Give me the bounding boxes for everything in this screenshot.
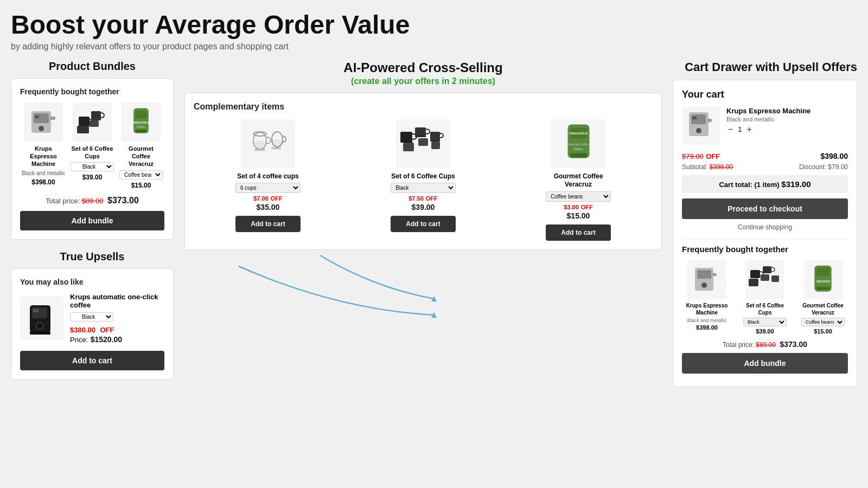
cross-product-2-select[interactable]: Coffee beans — [546, 191, 611, 202]
svg-rect-28 — [400, 141, 412, 143]
cart-bundle-2: VERACRUZ Gourmet Coffee Veracruz Coffee … — [798, 260, 848, 335]
svg-rect-31 — [430, 132, 440, 140]
upsell-off-label: OFF — [100, 326, 114, 334]
bundle-product-0-variant: Black and metallic — [22, 170, 66, 176]
cart-section-title: Your cart — [682, 89, 848, 100]
left-column: Product Bundles Frequently bought togeth… — [11, 60, 174, 380]
svg-rect-7 — [91, 111, 101, 119]
svg-point-19 — [37, 324, 42, 328]
svg-rect-29 — [415, 127, 426, 136]
qty-decrease-button[interactable]: − — [726, 125, 735, 134]
cart-bundle-1-price: $39.00 — [756, 328, 774, 335]
bundle-product-1-name: Set of 6 Coffee Cups — [70, 145, 114, 160]
cross-product-0-price: $35.00 — [257, 203, 280, 211]
cross-product-1-btn[interactable]: Add to cart — [391, 216, 456, 232]
espresso-machine-img — [24, 102, 63, 142]
svg-text:PINNEA: PINNEA — [573, 147, 583, 150]
cart-bundle-0-variant: Black and metallic — [687, 318, 727, 323]
cart-total-value: $319.00 — [781, 179, 810, 189]
svg-rect-41 — [570, 153, 586, 157]
upsell-final-price-row: Price: $1520.00 — [70, 335, 164, 344]
upsell-item: Krups automatic one-click coffee Black $… — [20, 293, 164, 344]
cross-product-1-select[interactable]: Black — [391, 183, 456, 193]
cart-item-name: Krups Espresso Machine — [726, 107, 848, 115]
svg-text:VERACRUZ: VERACRUZ — [569, 131, 588, 135]
svg-rect-35 — [431, 142, 440, 149]
svg-rect-10 — [90, 120, 99, 127]
svg-rect-52 — [712, 273, 717, 276]
upsells-card-heading: You may also like — [20, 278, 164, 286]
svg-rect-26 — [271, 147, 281, 149]
cart-bundle-1-select[interactable]: Black — [743, 318, 787, 326]
svg-rect-34 — [418, 138, 428, 146]
cross-product-0-off: $7.00 — [253, 195, 269, 202]
upsell-product-name: Krups automatic one-click coffee — [70, 293, 164, 309]
cart-bundle-0-name: Krups Espresso Machine — [682, 302, 732, 316]
upsell-add-to-cart-button[interactable]: Add to cart — [20, 351, 164, 370]
page-title: Boost your Average Order Value — [11, 11, 857, 40]
cart-add-bundle-button[interactable]: Add bundle — [682, 353, 848, 374]
cart-card: Your cart Krups Espresso Machine Black a… — [673, 80, 857, 387]
subtotal-label: Subtotal: $398.00 — [682, 163, 733, 171]
cart-price-row: $79.00 OFF $398.00 — [682, 151, 848, 161]
cross-product-2-img: VERACRUZ Gourmet Coffee PINNEA — [551, 119, 605, 168]
svg-rect-59 — [816, 268, 829, 276]
svg-rect-57 — [771, 275, 779, 282]
bundle-total-label: Total price: — [46, 197, 80, 205]
cart-final-price: $398.00 — [820, 152, 848, 160]
bundle-product-2-select[interactable]: Coffee beans — [119, 170, 163, 179]
cross-sell-card: Complementary items — [184, 93, 662, 250]
cart-bundle-final-price: $373.00 — [780, 340, 807, 349]
cart-bundle-0-img — [687, 260, 726, 299]
bundle-product-0-price: $398.00 — [31, 178, 55, 186]
svg-rect-54 — [763, 266, 771, 273]
bundle-product-1-select[interactable]: Black — [71, 162, 114, 171]
discount-label: Discount: $79.00 — [799, 163, 848, 171]
svg-rect-53 — [750, 270, 760, 278]
bundle-product-2: VERACRUZ PINNEA Gourmet Coffee Veracruz … — [119, 102, 163, 189]
svg-rect-55 — [749, 279, 758, 286]
upsells-section-title: True Upsells — [11, 251, 174, 263]
cross-product-0-btn[interactable]: Add to cart — [235, 216, 301, 232]
cross-product-0-price-row: $7.00 OFF — [253, 195, 283, 202]
coffee-beans-img: VERACRUZ PINNEA — [122, 102, 161, 142]
svg-rect-4 — [35, 115, 39, 118]
cart-drawer-title: Cart Drawer with Upsell Offers — [673, 60, 857, 74]
add-bundle-button[interactable]: Add bundle — [20, 211, 164, 230]
upsell-info: Krups automatic one-click coffee Black $… — [70, 293, 164, 344]
cross-product-1: Set of 6 Coffee Cups Black $7.50 OFF $39… — [391, 119, 456, 241]
qty-increase-button[interactable]: + — [745, 125, 754, 134]
bundle-original-price: $89.00 — [82, 197, 104, 205]
upsells-card: You may also like Krups automa — [11, 268, 174, 380]
cross-product-2-off-label: OFF — [581, 204, 593, 210]
upsell-off-price: $380.00 — [70, 326, 95, 334]
cross-product-0: Set of 4 coffee cups 6 cups $7.00 OFF $3… — [235, 119, 301, 241]
cart-off-label: OFF — [706, 152, 720, 160]
svg-rect-3 — [50, 117, 55, 120]
cross-product-0-select[interactable]: 6 cups — [235, 183, 301, 193]
cart-bundle-products: Krups Espresso Machine Black and metalli… — [682, 260, 848, 335]
cross-product-0-name: Set of 4 coffee cups — [237, 172, 298, 181]
cart-bundle-1: Set of 6 Coffee Cups Black $39.00 — [740, 260, 790, 335]
cart-bundle-2-select[interactable]: Coffee beans — [801, 318, 845, 326]
cart-bundle-1-name: Set of 6 Coffee Cups — [740, 302, 790, 316]
svg-rect-20 — [33, 309, 39, 312]
svg-rect-47 — [707, 119, 712, 122]
bundles-card-heading: Frequently bought together — [20, 87, 164, 96]
continue-shopping-link[interactable]: Continue shopping — [682, 223, 848, 231]
cross-product-2-btn[interactable]: Add to cart — [546, 224, 611, 241]
bundle-final-price: $373.00 — [107, 196, 139, 205]
svg-rect-27 — [400, 132, 412, 142]
svg-text:Gourmet Coffee: Gourmet Coffee — [568, 142, 589, 145]
upsell-variant-select[interactable]: Black — [70, 312, 113, 322]
cart-bundle-section-title: Frequently bought together — [682, 245, 848, 254]
ai-section-title: AI-Powered Cross-Selling — [184, 60, 662, 75]
cross-product-1-price-row: $7.50 OFF — [409, 195, 438, 202]
cart-subtotals: Subtotal: $398.00 Discount: $79.00 — [682, 163, 848, 171]
qty-row: − 1 + — [726, 125, 848, 134]
cross-product-1-img — [396, 119, 450, 168]
checkout-button[interactable]: Proceed to checkout — [682, 198, 848, 219]
main-layout: Product Bundles Frequently bought togeth… — [11, 60, 857, 387]
arrows-decoration — [184, 245, 662, 331]
cart-bundle-0: Krups Espresso Machine Black and metalli… — [682, 260, 732, 335]
